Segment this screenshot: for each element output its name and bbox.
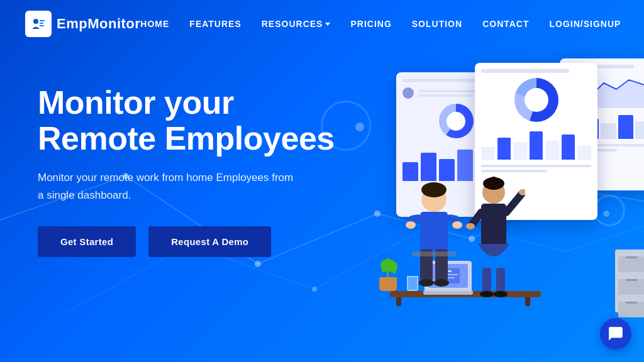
svg-point-8	[33, 19, 38, 24]
svg-rect-10	[40, 23, 43, 24]
hero-section: Monitor your Remote Employees Monitor yo…	[0, 47, 644, 362]
profile-avatar	[402, 87, 414, 99]
get-started-button[interactable]: Get Started	[38, 226, 136, 257]
hero-content: Monitor your Remote Employees Monitor yo…	[38, 66, 352, 257]
person-seated	[399, 177, 469, 293]
donut-chart	[514, 78, 558, 122]
dashboard-illustration	[365, 53, 644, 317]
svg-rect-19	[420, 212, 448, 253]
nav-pricing[interactable]: PRICING	[350, 18, 391, 30]
nav-resources[interactable]: RESOURCES	[262, 19, 331, 29]
svg-line-33	[506, 194, 522, 212]
svg-point-31	[489, 177, 498, 185]
nav-contact[interactable]: CONTACT	[482, 18, 529, 30]
logo[interactable]: EmpMonitor	[25, 11, 140, 37]
svg-rect-37	[482, 268, 491, 293]
chat-icon	[608, 326, 624, 342]
svg-point-22	[406, 221, 416, 229]
svg-point-23	[452, 221, 462, 229]
filing-cabinet	[615, 250, 644, 312]
svg-point-18	[421, 182, 447, 197]
plant	[379, 260, 397, 291]
svg-rect-38	[496, 268, 505, 293]
svg-rect-9	[40, 20, 45, 21]
nav-features[interactable]: FEATURES	[189, 18, 241, 30]
person-standing	[462, 175, 525, 297]
svg-rect-32	[481, 204, 506, 248]
nav-home[interactable]: HOME	[140, 18, 169, 30]
nav-login-signup[interactable]: LOGIN/SIGNUP	[550, 18, 621, 30]
logo-icon	[25, 11, 52, 37]
chat-widget[interactable]	[600, 318, 631, 349]
svg-point-27	[434, 279, 449, 287]
navbar: EmpMonitor HOME FEATURES RESOURCES PRICI…	[0, 0, 644, 47]
hero-buttons: Get Started Request A Demo	[38, 226, 352, 257]
svg-line-35	[472, 212, 481, 225]
svg-rect-28	[412, 251, 456, 256]
svg-rect-7	[30, 15, 47, 33]
nav-links: HOME FEATURES RESOURCES PRICING SOLUTION…	[140, 18, 621, 30]
svg-point-39	[480, 291, 494, 297]
svg-point-40	[494, 291, 508, 297]
chevron-down-icon	[325, 23, 330, 26]
hero-subtitle: Monitor your remote work from home Emplo…	[38, 169, 302, 203]
brand-name: EmpMonitor	[57, 16, 140, 32]
request-demo-button[interactable]: Request A Demo	[148, 226, 271, 257]
nav-solution[interactable]: SOLUTION	[412, 18, 462, 30]
pie-chart	[439, 104, 474, 138]
svg-rect-11	[40, 25, 44, 26]
hero-title: Monitor your Remote Employees	[38, 85, 352, 156]
hero-illustration	[352, 53, 641, 343]
svg-point-26	[419, 279, 434, 287]
